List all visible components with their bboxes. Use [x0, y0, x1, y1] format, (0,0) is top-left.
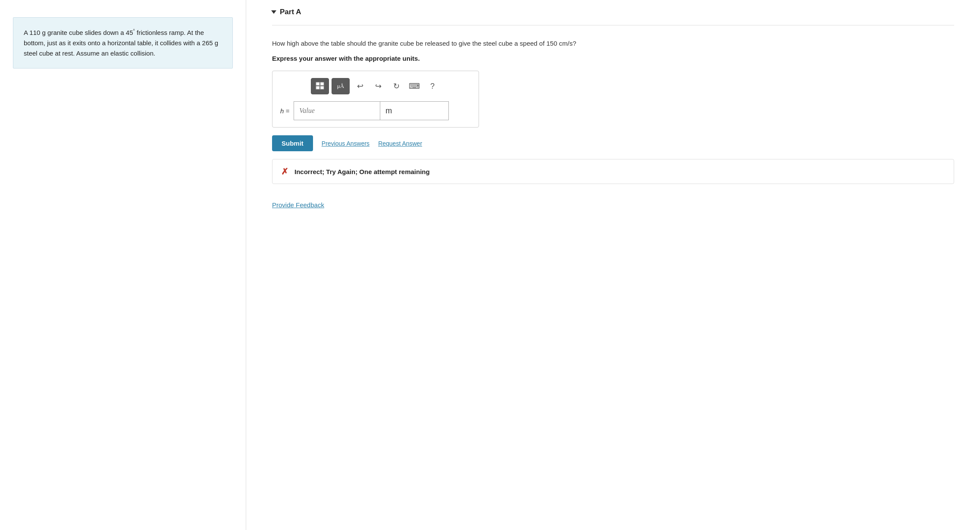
help-icon: ? — [430, 82, 435, 91]
undo-icon: ↩ — [357, 81, 363, 91]
input-row: h = — [280, 101, 471, 120]
request-answer-button[interactable]: Request Answer — [378, 140, 422, 147]
keyboard-icon: ⌨ — [409, 81, 420, 91]
refresh-button[interactable]: ↻ — [388, 78, 404, 94]
svg-rect-0 — [316, 82, 319, 85]
right-panel: Part A How high above the table should t… — [246, 0, 980, 530]
h-label: h = — [280, 107, 289, 115]
answer-box: μÅ ↩ ↪ ↻ ⌨ ? h = — [272, 71, 479, 128]
question-text: How high above the table should the gran… — [272, 38, 954, 49]
toolbar: μÅ ↩ ↪ ↻ ⌨ ? — [280, 78, 471, 94]
left-panel: A 110 g granite cube slides down a 45° f… — [0, 0, 246, 530]
problem-text: A 110 g granite cube slides down a 45° f… — [24, 29, 218, 57]
grid-button[interactable] — [311, 78, 329, 94]
collapse-icon[interactable] — [271, 10, 276, 14]
express-units-text: Express your answer with the appropriate… — [272, 55, 954, 62]
incorrect-icon: ✗ — [281, 166, 288, 177]
redo-button[interactable]: ↪ — [370, 78, 386, 94]
help-button[interactable]: ? — [425, 78, 440, 94]
previous-answers-button[interactable]: Previous Answers — [322, 140, 369, 147]
submit-button[interactable]: Submit — [272, 135, 313, 151]
feedback-box: ✗ Incorrect; Try Again; One attempt rema… — [272, 159, 954, 184]
undo-button[interactable]: ↩ — [352, 78, 368, 94]
part-title: Part A — [280, 8, 301, 16]
part-header: Part A — [272, 0, 954, 25]
redo-icon: ↪ — [375, 81, 382, 91]
refresh-icon: ↻ — [393, 81, 400, 91]
keyboard-button[interactable]: ⌨ — [407, 78, 422, 94]
mu-button[interactable]: μÅ — [332, 78, 350, 94]
svg-rect-1 — [320, 82, 324, 85]
grid-icon — [316, 82, 324, 91]
svg-rect-3 — [320, 86, 324, 89]
mu-icon: μÅ — [337, 83, 344, 90]
feedback-text: Incorrect; Try Again; One attempt remain… — [294, 168, 430, 175]
problem-box: A 110 g granite cube slides down a 45° f… — [13, 17, 233, 69]
submit-row: Submit Previous Answers Request Answer — [272, 135, 954, 151]
value-input[interactable] — [294, 101, 380, 120]
provide-feedback-button[interactable]: Provide Feedback — [272, 201, 324, 209]
unit-input[interactable] — [380, 101, 449, 120]
svg-rect-2 — [316, 86, 319, 89]
